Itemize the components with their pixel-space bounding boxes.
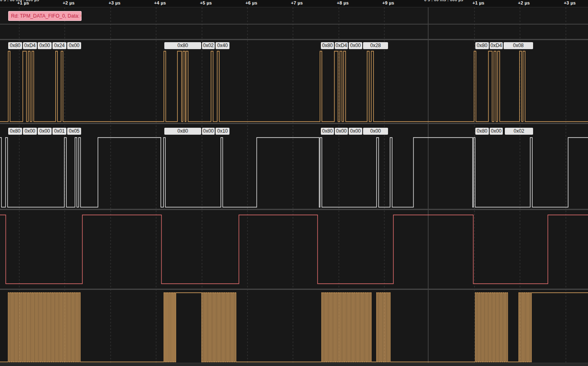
byte-annotation-chip[interactable]: 0x02: [202, 42, 215, 49]
clk-signal-trace: [0, 293, 588, 362]
byte-annotation-chip[interactable]: 0x02: [505, 128, 533, 135]
byte-annotation-chip[interactable]: 0x08: [504, 42, 533, 49]
ruler-tick-label: +4 µs: [154, 0, 166, 5]
ruler-tick-label: +2 µs: [63, 0, 75, 5]
byte-annotation-chip[interactable]: 0x00: [67, 42, 81, 49]
clipped-timestamp-label: 0 s : 00 ms : 000 µs: [424, 0, 468, 2]
byte-annotation-chip[interactable]: 0x28: [363, 42, 388, 49]
ruler-tick-label: +3 µs: [109, 0, 120, 5]
ruler-tick-label: +5 µs: [200, 0, 212, 5]
byte-annotation-chip[interactable]: 0x80: [475, 42, 489, 49]
logic-analyzer-screen: 0x800xD40x000x240x000x800x020x400x800xD4…: [0, 0, 588, 366]
byte-annotation-chip[interactable]: 0xD4: [335, 42, 348, 49]
clipped-timestamp-label: 0 s : 00 ms : 000 µs: [0, 0, 40, 2]
byte-annotation-chip[interactable]: 0x80: [321, 42, 334, 49]
ruler-tick-label: +2 µs: [518, 0, 530, 5]
byte-annotation-chip[interactable]: 0x00: [38, 128, 52, 135]
byte-annotation-chip[interactable]: 0x80: [164, 42, 201, 49]
byte-annotation-chip[interactable]: 0x00: [349, 42, 362, 49]
byte-annotation-chip[interactable]: 0x05: [67, 128, 81, 135]
byte-annotation-chip[interactable]: 0x00: [490, 128, 503, 135]
ruler-tick-label: +6 µs: [245, 0, 257, 5]
byte-annotation-chip[interactable]: 0x40: [216, 42, 229, 49]
byte-annotation-chip[interactable]: 0x00: [202, 128, 215, 135]
byte-annotation-chip[interactable]: 0xD4: [23, 42, 37, 49]
ruler-tick-label: +3 µs: [564, 0, 576, 5]
byte-annotation-chip[interactable]: 0x80: [8, 42, 22, 49]
byte-annotation-chip[interactable]: 0x00: [363, 128, 388, 135]
ruler-tick-label: +9 µs: [382, 0, 394, 5]
byte-annotation-chip[interactable]: 0x00: [349, 128, 362, 135]
byte-annotation-chip[interactable]: 0x80: [475, 128, 489, 135]
protocol-decode-annotation[interactable]: Rd: TPM_DATA_FIFO_0, Data: 05: [8, 11, 82, 21]
byte-annotation-chip[interactable]: 0x80: [321, 128, 334, 135]
byte-annotation-chip[interactable]: 0x10: [216, 128, 229, 135]
ruler-tick-label: +8 µs: [337, 0, 349, 5]
byte-annotation-chip[interactable]: 0x24: [52, 42, 66, 49]
horizontal-scrollbar-track[interactable]: [0, 363, 588, 366]
byte-annotation-chip[interactable]: 0x80: [8, 128, 22, 135]
byte-annotation-chip[interactable]: 0x01: [52, 128, 66, 135]
byte-annotation-chip[interactable]: 0x00: [38, 42, 52, 49]
byte-annotation-chip[interactable]: 0x80: [164, 128, 201, 135]
channel-clk-waveform[interactable]: [0, 0, 588, 366]
ruler-tick-label: +1 µs: [472, 0, 484, 5]
byte-annotation-chip[interactable]: 0x00: [23, 128, 37, 135]
byte-annotation-chip[interactable]: 0xD4: [490, 42, 503, 49]
byte-annotation-chip[interactable]: 0x00: [335, 128, 348, 135]
ruler-tick-label: +7 µs: [291, 0, 303, 5]
